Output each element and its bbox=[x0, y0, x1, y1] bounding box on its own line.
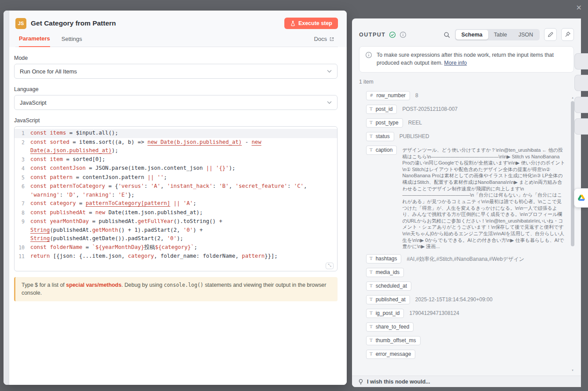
code-line-text: const yearMonthDay = publishedAt.getFull… bbox=[30, 217, 337, 243]
schema-row: Tshare_to_feed bbox=[366, 322, 566, 332]
code-line[interactable]: 2const sorted = items.sort((a, b) => new… bbox=[15, 138, 337, 155]
number-type-icon: # bbox=[370, 93, 373, 98]
hint-code: console.log() bbox=[164, 282, 203, 288]
feedback-label: I wish this node would... bbox=[367, 379, 430, 385]
code-line[interactable]: 7const category = patternToCategory[patt… bbox=[15, 199, 337, 208]
code-node-icon: JS bbox=[15, 18, 26, 29]
field-pill[interactable]: Tthumb_offset_ms bbox=[366, 336, 421, 345]
scrollbar[interactable]: ▲ ▼ bbox=[570, 96, 575, 372]
text-type-icon: T bbox=[370, 297, 373, 302]
field-pill[interactable]: Terror_message bbox=[366, 350, 415, 359]
code-line[interactable]: 1const items = $input.all(); bbox=[15, 129, 337, 138]
scrollbar-thumb[interactable] bbox=[571, 101, 574, 246]
line-number: 2 bbox=[15, 138, 30, 155]
pin-icon bbox=[564, 31, 571, 38]
tab-parameters[interactable]: Parameters bbox=[19, 35, 50, 47]
schema-row: Tpost_idPOST-2025121108-007 bbox=[366, 105, 566, 114]
scroll-down-icon[interactable]: ▼ bbox=[570, 369, 575, 372]
line-number: 10 bbox=[15, 243, 30, 252]
editor-hint: Type $ for a list of special vars/method… bbox=[14, 277, 338, 301]
field-value: REEL bbox=[408, 118, 422, 126]
code-line[interactable]: 4const contentJson = JSON.parse(item.jso… bbox=[15, 164, 337, 173]
text-type-icon: T bbox=[370, 270, 373, 274]
code-line[interactable]: 3const item = sorted[0]; bbox=[15, 155, 337, 164]
code-line-text: const folderName = `${yearMonthDay}投稿${c… bbox=[30, 243, 337, 252]
mode-select[interactable]: Run Once for All Items bbox=[14, 64, 338, 79]
code-line[interactable]: 8const publishedAt = new Date(item.json.… bbox=[15, 208, 337, 218]
more-info-link[interactable]: More info bbox=[444, 60, 467, 66]
collapsed-panel[interactable] bbox=[574, 118, 588, 135]
code-line-text: const publishedAt = new Date(item.json.p… bbox=[30, 208, 337, 218]
code-line[interactable]: 5const pattern = contentJson.pattern || … bbox=[15, 173, 337, 183]
field-pill[interactable]: Tmedia_ids bbox=[366, 268, 404, 277]
chevron-down-icon bbox=[327, 69, 332, 73]
external-link-icon bbox=[329, 37, 334, 42]
line-number: 6 bbox=[15, 182, 30, 199]
field-value: 8 bbox=[415, 91, 418, 99]
code-line-text: const pattern = contentJson.pattern || '… bbox=[30, 173, 337, 183]
code-line[interactable]: 11return [{json: {...item.json, category… bbox=[15, 252, 337, 261]
edit-output-button[interactable] bbox=[544, 28, 557, 41]
tab-table[interactable]: Table bbox=[488, 30, 513, 40]
field-pill[interactable]: Tshare_to_feed bbox=[366, 322, 414, 332]
output-notice: To make sure expressions after this node… bbox=[359, 46, 574, 73]
code-line[interactable]: 6const patternToCategory = {'versus': 'A… bbox=[15, 182, 337, 199]
field-pill[interactable]: Tpost_id bbox=[366, 105, 397, 114]
code-editor[interactable]: 1const items = $input.all();2const sorte… bbox=[14, 126, 338, 271]
node-title: Get Category from Pattern bbox=[31, 19, 116, 27]
schema-row: TstatusPUBLISHED bbox=[366, 132, 566, 141]
code-line[interactable]: 9const yearMonthDay = publishedAt.getFul… bbox=[15, 217, 337, 243]
field-name: status bbox=[376, 133, 390, 139]
language-value: JavaScript bbox=[20, 99, 47, 106]
field-pill[interactable]: Tig_post_id bbox=[366, 309, 404, 318]
field-name: thumb_offset_ms bbox=[376, 337, 416, 343]
collapsed-panel[interactable] bbox=[574, 75, 588, 91]
info-circle-icon bbox=[365, 51, 372, 58]
resize-handle-icon[interactable]: ⤡ bbox=[326, 263, 334, 269]
field-pill[interactable]: Tstatus bbox=[366, 132, 394, 141]
modal-header: JS Get Category from Pattern Execute ste… bbox=[9, 11, 347, 47]
view-switcher: Schema Table JSON bbox=[455, 29, 540, 40]
node-preview-card[interactable] bbox=[574, 188, 588, 208]
text-type-icon: T bbox=[370, 106, 373, 111]
search-icon[interactable] bbox=[443, 31, 450, 38]
field-pill[interactable]: Tcaption bbox=[366, 146, 397, 155]
info-icon[interactable] bbox=[399, 31, 407, 38]
tab-json[interactable]: JSON bbox=[513, 30, 539, 40]
output-title: OUTPUT bbox=[359, 32, 385, 38]
schema-row: Terror_message bbox=[366, 350, 566, 359]
tab-settings[interactable]: Settings bbox=[62, 36, 82, 47]
field-value: PUBLISHED bbox=[399, 132, 429, 139]
language-label: Language bbox=[14, 86, 338, 92]
schema-row: Tthumb_offset_ms bbox=[366, 336, 566, 345]
success-check-icon bbox=[389, 31, 396, 38]
chevron-down-icon bbox=[327, 101, 332, 104]
line-number: 4 bbox=[15, 164, 30, 173]
code-line-text: const category = patternToCategory[patte… bbox=[30, 199, 337, 208]
code-line[interactable]: 10const folderName = `${yearMonthDay}投稿$… bbox=[15, 243, 337, 252]
schema-row: Tig_post_id17904129471308124 bbox=[366, 309, 566, 318]
execute-step-button[interactable]: Execute step bbox=[284, 18, 338, 29]
feedback-bar[interactable]: I wish this node would... bbox=[352, 376, 581, 387]
field-name: error_message bbox=[376, 351, 411, 357]
pin-data-button[interactable] bbox=[561, 28, 574, 41]
special-vars-link[interactable]: special vars/methods bbox=[66, 282, 121, 288]
schema-row: #row_number8 bbox=[366, 91, 566, 100]
mode-label: Mode bbox=[14, 55, 338, 61]
modal-tabs: Parameters Settings Docs bbox=[15, 35, 338, 47]
language-select[interactable]: JavaScript bbox=[14, 95, 338, 110]
field-pill[interactable]: Tpost_type bbox=[366, 118, 403, 128]
collapsed-panel[interactable] bbox=[574, 97, 588, 113]
tab-schema[interactable]: Schema bbox=[456, 30, 488, 40]
text-type-icon: T bbox=[370, 351, 373, 356]
docs-link[interactable]: Docs bbox=[314, 36, 334, 47]
input-panel-collapsed[interactable] bbox=[4, 11, 9, 385]
collapsed-panel[interactable] bbox=[574, 53, 588, 69]
field-pill[interactable]: #row_number bbox=[366, 91, 410, 100]
close-icon[interactable]: ✕ bbox=[576, 4, 582, 12]
field-pill[interactable]: Tscheduled_at bbox=[366, 281, 411, 291]
field-pill[interactable]: Tpublished_at bbox=[366, 295, 410, 304]
field-pill[interactable]: Thashtags bbox=[366, 254, 401, 263]
drive-icon bbox=[577, 194, 586, 202]
code-line-text: return [{json: {...item.json, category, … bbox=[30, 252, 337, 261]
